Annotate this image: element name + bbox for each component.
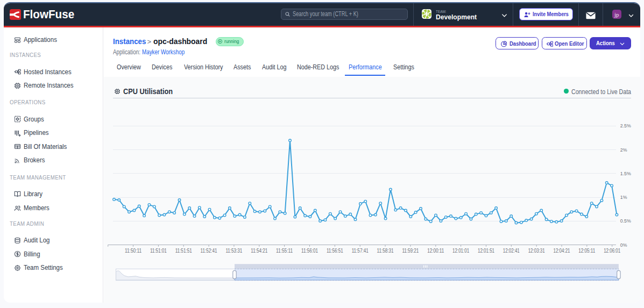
svg-text:0%: 0% <box>620 242 627 248</box>
svg-text:0.5%: 0.5% <box>620 218 631 224</box>
svg-text:12:01:51: 12:01:51 <box>478 248 494 254</box>
svg-text:1%: 1% <box>620 194 627 200</box>
svg-text:12:06:01: 12:06:01 <box>604 248 620 254</box>
svg-text:11:56:51: 11:56:51 <box>327 248 343 254</box>
svg-text:12:03:31: 12:03:31 <box>528 248 545 254</box>
svg-text:12:05:11: 12:05:11 <box>578 248 595 254</box>
svg-text:11:55:11: 11:55:11 <box>276 248 293 254</box>
svg-text:2%: 2% <box>620 147 627 153</box>
svg-text:1.5%: 1.5% <box>620 170 631 176</box>
svg-text:2.5%: 2.5% <box>620 123 631 128</box>
svg-text:11:53:31: 11:53:31 <box>225 248 242 254</box>
svg-text:11:59:21: 11:59:21 <box>402 248 419 254</box>
svg-text:11:57:41: 11:57:41 <box>352 248 369 254</box>
svg-text:12:00:11: 12:00:11 <box>427 248 444 254</box>
svg-text:11:51:51: 11:51:51 <box>175 248 192 254</box>
svg-text:11:54:21: 11:54:21 <box>251 248 267 254</box>
svg-text:12:04:21: 12:04:21 <box>554 248 570 254</box>
svg-text:11:50:11: 11:50:11 <box>125 248 141 254</box>
svg-text:12:01:01: 12:01:01 <box>452 248 469 254</box>
svg-text:11:52:41: 11:52:41 <box>201 248 217 254</box>
svg-text:12:02:41: 12:02:41 <box>503 248 520 254</box>
svg-text:11:56:01: 11:56:01 <box>301 248 318 254</box>
svg-text:11:58:31: 11:58:31 <box>377 248 394 254</box>
svg-text:11:51:01: 11:51:01 <box>150 248 167 254</box>
